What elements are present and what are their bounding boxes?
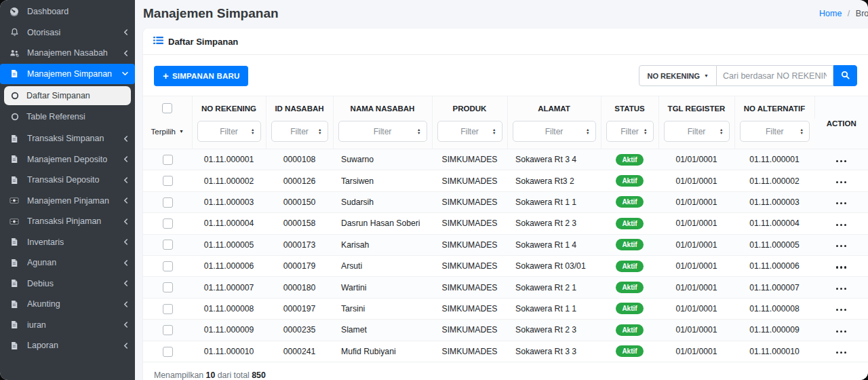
sidebar-item-label: Inventaris [27, 238, 64, 247]
sidebar-item-otorisasi[interactable]: Otorisasi [0, 22, 135, 43]
sidebar-item-agunan[interactable]: Agunan [0, 252, 135, 273]
status-badge: Aktif [616, 239, 643, 250]
filter-select-nama-nasabah[interactable]: Filter▲▼ [338, 121, 427, 142]
column-header-alamat: ALAMAT [507, 96, 601, 119]
sidebar-item-dashboard[interactable]: Dashboard [0, 1, 135, 22]
search-button[interactable] [833, 65, 857, 86]
breadcrumb-home-link[interactable]: Home [819, 9, 842, 18]
sidebar-item-manajemen-nasabah[interactable]: Manajemen Nasabah [0, 43, 135, 64]
sidebar-item-transaksi-pinjaman[interactable]: Transaksi Pinjaman [0, 211, 135, 232]
cell-no-rekening: 01.11.000009 [192, 320, 266, 341]
cell-produk: SIMKUMADES [432, 341, 507, 362]
row-actions-button[interactable] [835, 349, 848, 356]
cell-id-nasabah: 0000179 [266, 255, 333, 276]
sidebar-item-manajemen-pinjaman[interactable]: Manajemen Pinjaman [0, 191, 135, 212]
cell-tgl-register: 01/01/0001 [658, 320, 734, 341]
status-badge: Aktif [616, 324, 643, 336]
chevron-left-icon [123, 29, 128, 35]
simpanan-baru-button[interactable]: + SIMPANAN BARU [154, 66, 248, 86]
row-actions-button[interactable] [835, 285, 848, 292]
row-actions-button[interactable] [835, 221, 848, 229]
sidebar-item-inventaris[interactable]: Inventaris [0, 232, 135, 253]
row-actions-button[interactable] [835, 242, 848, 250]
cell-produk: SIMKUMADES [432, 213, 507, 234]
sidebar-item-transaksi-deposito[interactable]: Transaksi Deposito [0, 170, 135, 191]
sidebar-item-manajemen-simpanan[interactable]: Manajemen Simpanan [0, 64, 135, 85]
row-checkbox[interactable] [163, 261, 173, 271]
cell-nama-nasabah: Dasrun Hasan Soberi [333, 213, 432, 234]
sort-arrows-icon: ▲▼ [644, 128, 647, 135]
breadcrumb-separator: / [848, 9, 850, 18]
row-checkbox[interactable] [163, 197, 173, 208]
cell-nama-nasabah: Slamet [333, 320, 432, 341]
app-window: DashboardOtorisasiManajemen NasabahManaj… [0, 0, 868, 380]
sidebar-item-iuran[interactable]: iuran [0, 315, 135, 336]
filter-select-status[interactable]: Filter▲▼ [606, 121, 654, 142]
cell-produk: SIMKUMADES [432, 149, 507, 170]
row-actions-button[interactable] [835, 328, 848, 335]
list-icon [153, 36, 163, 47]
sidebar-item-label: Agunan [27, 258, 56, 267]
sidebar-item-debius[interactable]: Debius [0, 273, 135, 294]
row-checkbox[interactable] [163, 155, 173, 165]
filter-select-no-alternatif[interactable]: Filter▲▼ [740, 121, 810, 142]
cell-no-rekening: 01.11.000004 [192, 213, 266, 234]
chevron-left-icon [123, 301, 128, 307]
page-title: Manajemen Simpanan [143, 6, 868, 21]
cell-no-rekening: 01.11.000007 [192, 277, 266, 298]
sidebar-subitem-table-referensi[interactable]: Table Referensi [4, 107, 131, 126]
cell-no-alternatif: 01.11.000009 [734, 320, 814, 341]
sidebar-item-label: Transaksi Pinjaman [27, 216, 101, 226]
filter-select-produk[interactable]: Filter▲▼ [437, 121, 502, 142]
cell-produk: SIMKUMADES [432, 170, 507, 191]
row-actions-button[interactable] [835, 200, 848, 207]
row-actions-button[interactable] [835, 263, 848, 271]
search-input[interactable] [717, 65, 833, 86]
terpilih-dropdown[interactable]: Terpilih▼ [151, 128, 184, 136]
cell-no-alternatif: 01.11.000004 [734, 213, 814, 234]
chevron-left-icon [123, 280, 128, 286]
filter-select-no-rekening[interactable]: Filter▲▼ [197, 121, 261, 142]
sort-arrows-icon: ▲▼ [318, 128, 321, 135]
select-all-checkbox[interactable] [162, 103, 172, 113]
sort-arrows-icon: ▲▼ [800, 128, 804, 135]
cell-id-nasabah: 0000180 [266, 277, 333, 298]
cell-nama-nasabah: Wartini [333, 277, 432, 298]
cell-nama-nasabah: Arsuti [333, 255, 432, 276]
cell-no-alternatif: 01.11.000001 [734, 149, 814, 170]
table-row: 01.11.0000060000179ArsutiSIMKUMADESSokaw… [143, 255, 868, 276]
column-header-no-alternatif: NO ALTERNATIF [734, 96, 814, 119]
row-checkbox[interactable] [163, 240, 173, 250]
row-actions-button[interactable] [835, 157, 848, 165]
sidebar-subitem-daftar-simpanan[interactable]: Daftar Simpanan [4, 86, 131, 105]
row-actions-button[interactable] [835, 178, 848, 186]
row-checkbox[interactable] [163, 347, 173, 357]
chevron-left-icon [123, 156, 128, 162]
cell-id-nasabah: 0000197 [266, 298, 333, 319]
sidebar-item-akunting[interactable]: Akunting [0, 294, 135, 315]
filter-select-id-nasabah[interactable]: Filter▲▼ [271, 121, 328, 142]
daftar-simpanan-card: Daftar Simpanan + SIMPANAN BARU NO REKEN… [143, 28, 868, 380]
sidebar-item-manajemen-deposito[interactable]: Manajemen Deposito [0, 149, 135, 170]
search-category-dropdown[interactable]: NO REKENING ▼ [639, 65, 717, 86]
cell-nama-nasabah: Tarsiwen [333, 170, 432, 191]
sort-arrows-icon: ▲▼ [492, 128, 496, 135]
sidebar-item-transaksi-simpanan[interactable]: Transaksi Simpanan [0, 128, 135, 149]
row-checkbox[interactable] [163, 218, 173, 229]
sidebar-item-label: Otorisasi [27, 28, 60, 37]
sidebar-item-laporan[interactable]: Laporan [0, 335, 135, 356]
cell-no-alternatif: 01.11.000008 [734, 298, 814, 319]
filter-select-alamat[interactable]: Filter▲▼ [513, 121, 596, 142]
row-checkbox[interactable] [163, 176, 173, 186]
sidebar-item-label: Akunting [27, 299, 60, 309]
sort-arrows-icon: ▲▼ [719, 128, 723, 135]
cell-alamat: Sokawera Rt 2 3 [507, 213, 601, 234]
filter-select-tgl-register[interactable]: Filter▲▼ [664, 121, 730, 142]
chevron-left-icon [123, 136, 128, 142]
column-header-no-rekening: NO REKENING [192, 96, 266, 119]
row-actions-button[interactable] [835, 306, 848, 314]
row-checkbox[interactable] [163, 282, 173, 292]
row-checkbox[interactable] [163, 325, 173, 335]
file-icon [9, 134, 20, 143]
row-checkbox[interactable] [163, 304, 173, 314]
